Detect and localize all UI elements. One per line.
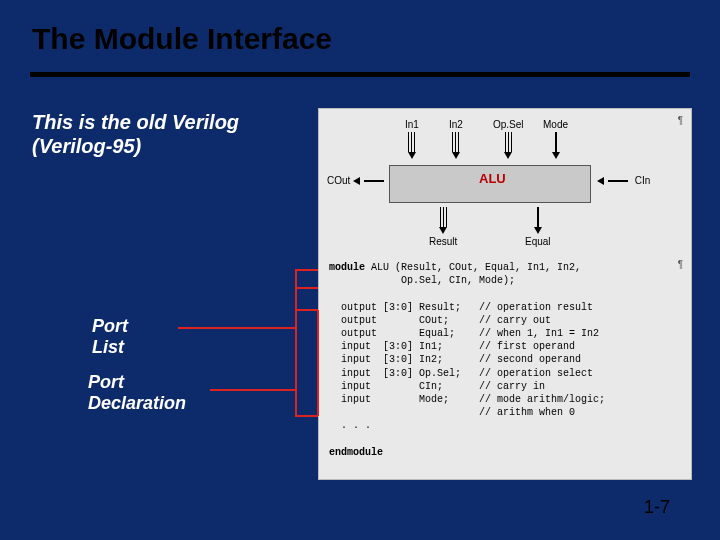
alu-label: ALU bbox=[479, 171, 506, 186]
wire-icon bbox=[364, 180, 384, 182]
bus-tick-icon bbox=[405, 132, 419, 152]
subtitle: This is the old Verilog (Verilog-95) bbox=[32, 110, 239, 158]
port-label: In1 bbox=[405, 119, 419, 130]
port-right-cin: CIn bbox=[597, 175, 650, 186]
bus-tick-icon bbox=[449, 132, 463, 152]
label-port-list: PortList bbox=[92, 316, 128, 357]
arrow-down-icon bbox=[493, 152, 524, 159]
arrow-down-icon bbox=[543, 152, 568, 159]
arrow-down-icon bbox=[429, 227, 457, 234]
wire-icon bbox=[608, 180, 628, 182]
port-top-mode: Mode bbox=[543, 119, 568, 159]
port-top-in1: In1 bbox=[405, 119, 419, 159]
label-port-declaration: PortDeclaration bbox=[88, 372, 186, 413]
port-label: Equal bbox=[525, 236, 551, 247]
wire-icon bbox=[537, 207, 539, 227]
wire-icon bbox=[555, 132, 557, 152]
paragraph-mark-icon: ¶ bbox=[678, 115, 683, 126]
port-top-in2: In2 bbox=[449, 119, 463, 159]
slide-title: The Module Interface bbox=[32, 22, 332, 56]
port-bottom-result: Result bbox=[429, 207, 457, 247]
arrow-left-icon bbox=[597, 177, 604, 185]
port-label: Result bbox=[429, 236, 457, 247]
port-label: CIn bbox=[635, 175, 651, 186]
arrow-down-icon bbox=[525, 227, 551, 234]
port-bottom-equal: Equal bbox=[525, 207, 551, 247]
title-rule bbox=[30, 72, 690, 77]
bus-tick-icon bbox=[493, 132, 524, 152]
port-label: COut bbox=[327, 175, 350, 186]
port-label: In2 bbox=[449, 119, 463, 130]
port-top-opsel: Op.Sel bbox=[493, 119, 524, 159]
subtitle-line-1: This is the old Verilog bbox=[32, 111, 239, 133]
arrow-left-icon bbox=[353, 177, 360, 185]
port-left-cout: COut bbox=[327, 175, 388, 186]
arrow-down-icon bbox=[449, 152, 463, 159]
port-label: Mode bbox=[543, 119, 568, 130]
verilog-code: module ALU (Result, COut, Equal, In1, In… bbox=[329, 261, 685, 459]
diagram-and-code-panel: ¶ ALU In1 In2 Op.Sel Mode Re bbox=[318, 108, 692, 480]
page-number: 1-7 bbox=[644, 497, 670, 518]
port-label: Op.Sel bbox=[493, 119, 524, 130]
subtitle-line-2: (Verilog-95) bbox=[32, 135, 141, 157]
arrow-down-icon bbox=[405, 152, 419, 159]
bus-tick-icon bbox=[429, 207, 457, 227]
